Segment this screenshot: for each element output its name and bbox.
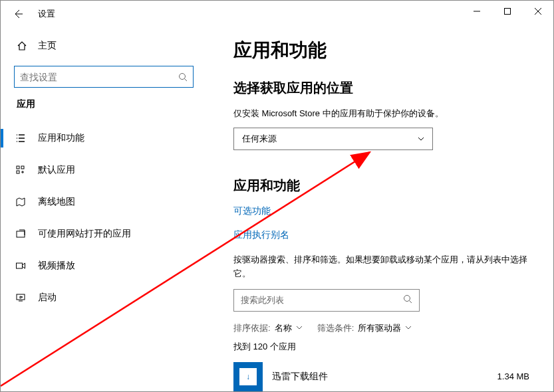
sidebar-item-label: 默认应用 xyxy=(38,164,75,176)
chevron-down-icon xyxy=(405,323,412,333)
svg-rect-13 xyxy=(21,166,24,169)
sidebar-item-web-link-apps[interactable]: 可使用网站打开的应用 xyxy=(1,218,207,250)
app-list-item[interactable]: ↓ 迅雷下载组件 1.34 MB xyxy=(233,362,533,391)
app-name: 迅雷下载组件 xyxy=(272,371,488,383)
search-settings-input[interactable] xyxy=(14,66,194,88)
svg-rect-18 xyxy=(17,263,23,268)
app-size: 1.34 MB xyxy=(497,371,533,381)
app-list-search[interactable]: 搜索此列表 xyxy=(233,289,420,312)
sidebar-item-video-playback[interactable]: 视频播放 xyxy=(1,250,207,282)
home-button[interactable]: 主页 xyxy=(1,33,207,59)
filter-control[interactable]: 筛选条件: 所有驱动器 xyxy=(317,322,412,334)
install-source-dropdown[interactable]: 任何来源 xyxy=(233,128,433,150)
apps-features-heading: 应用和功能 xyxy=(233,177,533,195)
search-input-field[interactable] xyxy=(20,72,178,82)
back-button[interactable] xyxy=(9,5,27,23)
filter-label: 筛选条件: xyxy=(317,322,354,334)
optional-features-link[interactable]: 可选功能 xyxy=(233,205,533,217)
svg-rect-1 xyxy=(505,9,511,15)
sort-control[interactable]: 排序依据: 名称 xyxy=(233,322,303,334)
sort-filter-row: 排序依据: 名称 筛选条件: 所有驱动器 xyxy=(233,322,533,334)
apps-list-icon xyxy=(14,132,27,145)
app-execution-alias-link[interactable]: 应用执行别名 xyxy=(233,229,533,241)
install-location-heading: 选择获取应用的位置 xyxy=(233,79,533,97)
titlebar: 设置 xyxy=(1,1,553,27)
svg-rect-12 xyxy=(17,166,19,169)
sidebar-item-label: 可使用网站打开的应用 xyxy=(38,228,131,240)
page-title: 应用和功能 xyxy=(233,38,533,63)
svg-point-21 xyxy=(404,296,410,302)
app-list-description: 按驱动器搜索、排序和筛选。如果想要卸载或移动某个应用，请从列表中选择它。 xyxy=(233,253,533,281)
sidebar-item-apps-and-features[interactable]: 应用和功能 xyxy=(1,122,207,154)
sidebar: 主页 应用 应用和功能 xyxy=(1,27,207,391)
sidebar-item-startup[interactable]: 启动 xyxy=(1,282,207,314)
svg-line-22 xyxy=(410,301,412,304)
sidebar-item-label: 离线地图 xyxy=(38,196,75,208)
install-location-hint: 仅安装 Microsoft Store 中的应用有助于保护你的设备。 xyxy=(233,108,533,120)
search-icon xyxy=(178,72,188,82)
content-area: 应用和功能 选择获取应用的位置 仅安装 Microsoft Store 中的应用… xyxy=(207,27,553,391)
window-title: 设置 xyxy=(38,8,55,20)
sidebar-item-label: 视频播放 xyxy=(38,260,75,272)
settings-window: 设置 主页 xyxy=(0,0,554,392)
sidebar-item-label: 启动 xyxy=(38,292,57,304)
filter-value: 所有驱动器 xyxy=(358,322,401,334)
sidebar-item-label: 应用和功能 xyxy=(38,132,84,144)
svg-rect-19 xyxy=(17,294,25,300)
svg-line-5 xyxy=(185,78,188,81)
sort-label: 排序依据: xyxy=(233,322,271,334)
video-icon xyxy=(14,259,27,272)
svg-rect-14 xyxy=(17,171,19,173)
svg-rect-17 xyxy=(17,231,25,237)
install-source-value: 任何来源 xyxy=(242,133,277,145)
app-tile-icon: ↓ xyxy=(233,362,263,391)
apps-found-count: 找到 120 个应用 xyxy=(233,341,533,353)
home-label: 主页 xyxy=(38,40,57,52)
search-icon xyxy=(403,294,412,306)
sort-value: 名称 xyxy=(275,322,292,334)
sidebar-item-default-apps[interactable]: 默认应用 xyxy=(1,154,207,186)
open-with-icon xyxy=(14,227,27,241)
sidebar-item-offline-maps[interactable]: 离线地图 xyxy=(1,186,207,218)
nav-items: 应用和功能 默认应用 离线地图 xyxy=(1,122,207,314)
chevron-down-icon xyxy=(296,323,303,333)
close-button[interactable] xyxy=(523,1,553,22)
startup-icon xyxy=(14,291,27,304)
caption-buttons xyxy=(462,1,553,22)
minimize-button[interactable] xyxy=(462,1,492,22)
svg-point-4 xyxy=(180,73,186,79)
home-icon xyxy=(17,41,27,51)
app-list-search-placeholder: 搜索此列表 xyxy=(241,294,403,306)
sidebar-section-label: 应用 xyxy=(1,98,207,110)
maximize-button[interactable] xyxy=(492,1,523,22)
map-icon xyxy=(14,195,27,209)
chevron-down-icon xyxy=(418,134,424,144)
default-apps-icon xyxy=(14,163,27,177)
